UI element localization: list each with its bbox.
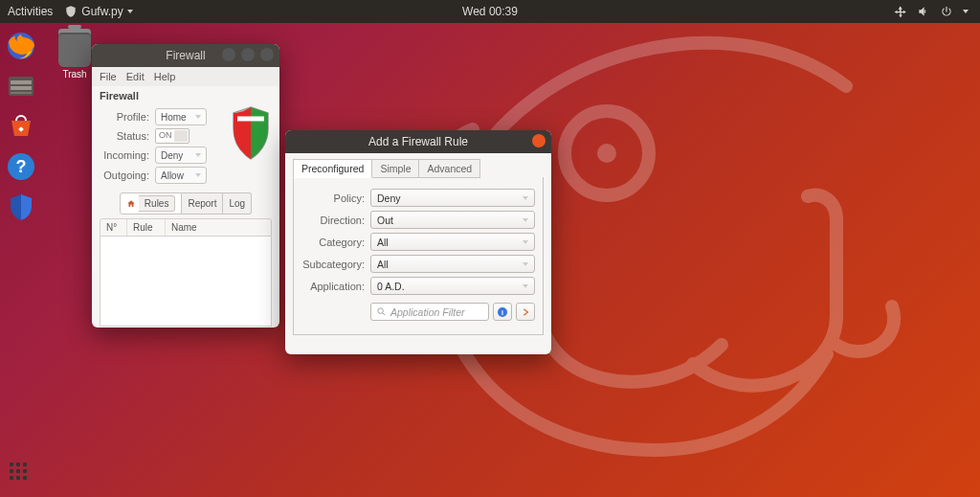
- minimize-button[interactable]: [222, 48, 235, 61]
- firewall-window: Firewall File Edit Help Firewall Profile…: [92, 44, 279, 328]
- chevron-down-icon: [195, 115, 201, 119]
- dock-gufw[interactable]: [4, 190, 38, 224]
- tab-advanced[interactable]: Advanced: [419, 159, 480, 178]
- rules-list-header: N° Rule Name: [100, 218, 272, 237]
- info-button[interactable]: i: [493, 303, 512, 321]
- top-panel: Activities Gufw.py Wed 00:39: [0, 0, 980, 23]
- close-button[interactable]: [260, 48, 274, 61]
- trash-label: Trash: [62, 69, 86, 79]
- application-select[interactable]: 0 A.D.: [370, 277, 535, 295]
- rule-tabs: Preconfigured Simple Advanced: [293, 159, 544, 178]
- chevron-down-icon: [127, 10, 133, 13]
- shield-icon: [230, 105, 272, 161]
- subcategory-select[interactable]: All: [370, 255, 535, 273]
- go-button[interactable]: [516, 303, 535, 321]
- profile-select[interactable]: Home: [155, 108, 207, 125]
- svg-text:?: ?: [16, 157, 27, 176]
- chevron-down-icon: [523, 196, 528, 200]
- status-label: Status:: [100, 130, 149, 142]
- chevron-down-icon: [523, 284, 528, 288]
- window-titlebar[interactable]: Firewall: [92, 44, 279, 67]
- info-icon: i: [497, 306, 508, 318]
- category-select[interactable]: All: [370, 233, 535, 251]
- chevron-right-icon: [521, 307, 530, 317]
- add-rule-dialog: Add a Firewall Rule Preconfigured Simple…: [285, 130, 551, 354]
- network-icon[interactable]: [894, 5, 907, 18]
- tab-preconfigured[interactable]: Preconfigured: [293, 159, 372, 178]
- svg-rect-6: [11, 92, 32, 94]
- tab-simple[interactable]: Simple: [372, 159, 419, 178]
- application-label: Application:: [301, 281, 365, 292]
- dock-software[interactable]: [4, 109, 38, 144]
- svg-point-0: [565, 111, 649, 195]
- application-filter-input[interactable]: Application Filter: [370, 303, 489, 321]
- menu-edit[interactable]: Edit: [126, 71, 145, 82]
- chevron-down-icon: [523, 218, 528, 222]
- app-menu[interactable]: Gufw.py: [64, 5, 132, 18]
- dock: ?: [0, 23, 42, 497]
- rules-list-body[interactable]: [100, 237, 272, 327]
- svg-point-10: [378, 308, 384, 314]
- chevron-down-icon: [963, 10, 969, 13]
- power-icon[interactable]: [940, 5, 953, 18]
- home-icon: [126, 199, 136, 209]
- close-button[interactable]: [532, 134, 546, 147]
- col-rule[interactable]: Rule: [127, 219, 166, 236]
- chevron-down-icon: [523, 240, 528, 244]
- show-applications-button[interactable]: [10, 463, 33, 486]
- chevron-down-icon: [195, 173, 201, 177]
- svg-text:i: i: [501, 308, 503, 315]
- dock-firefox[interactable]: [4, 29, 38, 63]
- firewall-view-tabs: Rules Report Log: [100, 192, 272, 215]
- direction-select[interactable]: Out: [370, 211, 535, 229]
- tab-log[interactable]: Log: [223, 192, 252, 215]
- volume-icon[interactable]: [917, 5, 930, 18]
- policy-select[interactable]: Deny: [370, 189, 535, 207]
- window-title: Firewall: [166, 49, 205, 62]
- tab-report[interactable]: Report: [182, 192, 223, 215]
- svg-rect-4: [11, 80, 32, 84]
- trash-icon: [58, 29, 91, 67]
- dock-help[interactable]: ?: [4, 149, 38, 184]
- desktop-trash[interactable]: Trash: [54, 29, 96, 79]
- tab-rules[interactable]: Rules: [120, 192, 183, 215]
- search-icon: [376, 306, 387, 317]
- svg-point-1: [597, 144, 616, 163]
- firewall-heading: Firewall: [100, 90, 272, 102]
- menu-help[interactable]: Help: [154, 71, 176, 82]
- outgoing-select[interactable]: Allow: [155, 167, 207, 184]
- clock[interactable]: Wed 00:39: [462, 5, 518, 18]
- dock-files[interactable]: [4, 69, 38, 103]
- chevron-down-icon: [523, 262, 528, 266]
- outgoing-label: Outgoing:: [100, 169, 149, 181]
- menu-file[interactable]: File: [100, 71, 117, 82]
- svg-rect-5: [11, 86, 32, 90]
- activities-button[interactable]: Activities: [8, 5, 53, 18]
- chevron-down-icon: [195, 153, 201, 157]
- shield-icon: [64, 5, 78, 18]
- maximize-button[interactable]: [241, 48, 255, 61]
- incoming-select[interactable]: Deny: [155, 147, 207, 164]
- category-label: Category:: [301, 237, 365, 248]
- dialog-title: Add a Firewall Rule: [368, 135, 468, 148]
- app-menu-label: Gufw.py: [81, 5, 122, 18]
- col-name[interactable]: Name: [166, 219, 271, 236]
- status-switch[interactable]: ON: [155, 128, 189, 144]
- policy-label: Policy:: [301, 192, 365, 204]
- dialog-titlebar[interactable]: Add a Firewall Rule: [285, 130, 551, 153]
- direction-label: Direction:: [301, 215, 365, 226]
- menubar: File Edit Help: [92, 67, 279, 86]
- subcategory-label: Subcategory:: [301, 259, 365, 270]
- incoming-label: Incoming:: [100, 149, 149, 161]
- col-no[interactable]: N°: [100, 219, 127, 236]
- profile-label: Profile:: [100, 111, 149, 123]
